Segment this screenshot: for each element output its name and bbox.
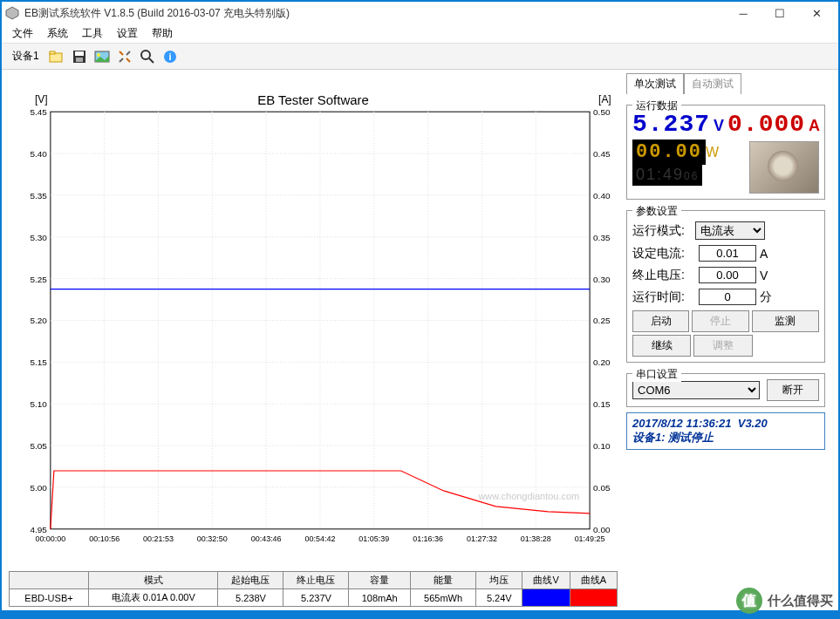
svg-text:5.40: 5.40 <box>30 149 47 159</box>
disconnect-button[interactable]: 断开 <box>767 379 819 401</box>
th-curve-a: 曲线A <box>570 572 617 589</box>
table-row[interactable]: EBD-USB+ 电流表 0.01A 0.00V 5.238V 5.237V 1… <box>10 589 618 607</box>
svg-text:00:43:46: 00:43:46 <box>251 534 282 543</box>
svg-text:4.95: 4.95 <box>30 525 47 534</box>
th-energy: 能量 <box>411 572 476 589</box>
th-vavg: 均压 <box>476 572 522 589</box>
th-capacity: 容量 <box>349 572 411 589</box>
image-icon[interactable] <box>92 46 113 67</box>
page-watermark: 值 什么值得买 <box>736 588 833 614</box>
svg-text:0.25: 0.25 <box>593 316 611 325</box>
menu-system[interactable]: 系统 <box>40 24 75 43</box>
chart-title: EB Tester Software <box>257 92 369 107</box>
svg-text:0.10: 0.10 <box>593 441 611 451</box>
svg-text:0.15: 0.15 <box>593 399 611 409</box>
result-table: 模式 起始电压 终止电压 容量 能量 均压 曲线V 曲线A EBD-USB+ 电… <box>9 571 618 607</box>
menu-tools[interactable]: 工具 <box>75 24 110 43</box>
svg-text:01:38:28: 01:38:28 <box>521 534 551 543</box>
svg-point-7 <box>97 53 100 57</box>
svg-text:01:49:25: 01:49:25 <box>575 534 605 543</box>
runtime-input[interactable] <box>699 289 756 305</box>
tools-icon[interactable] <box>114 46 135 67</box>
curve-a-swatch <box>570 589 617 607</box>
curve-v-swatch <box>522 589 570 607</box>
menubar: 文件 系统 工具 设置 帮助 <box>2 24 838 44</box>
monitor-button[interactable]: 监测 <box>752 310 819 332</box>
svg-text:5.25: 5.25 <box>30 275 47 284</box>
menu-file[interactable]: 文件 <box>5 24 40 43</box>
save-icon[interactable] <box>69 46 90 67</box>
svg-rect-2 <box>50 51 55 54</box>
svg-marker-0 <box>6 7 18 19</box>
mode-select[interactable]: 电流表 <box>695 221 765 240</box>
svg-text:00:21:53: 00:21:53 <box>143 534 174 543</box>
stop-button[interactable]: 停止 <box>692 310 748 332</box>
svg-rect-4 <box>75 51 84 56</box>
timer-readout: 01:4906 <box>632 165 702 186</box>
svg-text:01:16:36: 01:16:36 <box>413 534 443 543</box>
svg-rect-5 <box>76 58 83 62</box>
chart: [V] [A] EB Tester Software ZKETECH <box>9 75 618 568</box>
params-group: 参数设置 运行模式: 电流表 设定电流: A 终止电压: V 运行时间: <box>626 210 825 363</box>
set-current-input[interactable] <box>699 245 756 262</box>
open-icon[interactable] <box>46 46 67 67</box>
svg-text:01:05:39: 01:05:39 <box>359 534 389 543</box>
titlebar: EB测试系统软件 V1.8.5 (Build 2016-03-07 充电头特别版… <box>2 2 838 24</box>
svg-text:0.35: 0.35 <box>593 233 611 242</box>
adjust-button[interactable]: 调整 <box>693 335 752 357</box>
tab-auto-test[interactable]: 自动测试 <box>684 73 741 94</box>
svg-text:5.00: 5.00 <box>30 483 47 493</box>
svg-text:5.10: 5.10 <box>30 399 47 409</box>
svg-text:0.40: 0.40 <box>593 191 611 201</box>
svg-text:5.30: 5.30 <box>30 233 47 242</box>
svg-text:0.05: 0.05 <box>593 483 611 493</box>
th-vend: 终止电压 <box>283 572 349 589</box>
svg-text:00:00:00: 00:00:00 <box>35 534 65 543</box>
close-button[interactable]: ✕ <box>798 2 835 24</box>
svg-text:5.45: 5.45 <box>30 107 47 117</box>
start-button[interactable]: 启动 <box>632 310 689 332</box>
th-vstart: 起始电压 <box>218 572 283 589</box>
voltage-readout: 5.237 <box>632 111 710 138</box>
watts-readout: 00.00 <box>632 139 706 165</box>
svg-text:5.35: 5.35 <box>30 191 47 201</box>
svg-text:0.30: 0.30 <box>593 275 611 284</box>
svg-text:5.20: 5.20 <box>30 316 47 325</box>
right-axis-label: [A] <box>598 93 611 105</box>
svg-text:i: i <box>168 51 171 62</box>
app-icon <box>5 6 19 20</box>
th-curve-v: 曲线V <box>522 572 570 589</box>
svg-text:5.05: 5.05 <box>30 441 47 451</box>
cat-image <box>749 141 819 194</box>
menu-settings[interactable]: 设置 <box>110 24 145 43</box>
tab-single-test[interactable]: 单次测试 <box>626 73 684 94</box>
serial-group: 串口设置 COM6 断开 <box>626 373 825 407</box>
th-device <box>10 572 89 589</box>
chart-watermark2: www.chongdiantou.com <box>477 491 579 501</box>
current-readout: 0.000 <box>727 111 805 138</box>
svg-text:00:54:42: 00:54:42 <box>305 534 336 543</box>
device-tab[interactable]: 设备1 <box>7 47 44 65</box>
continue-button[interactable]: 继续 <box>632 335 691 357</box>
svg-text:0.45: 0.45 <box>593 149 611 159</box>
info-icon[interactable]: i <box>160 46 181 67</box>
cutoff-voltage-input[interactable] <box>699 267 756 283</box>
readout-group: 运行数据 5.237 V 0.000 A 00.00W 01:4906 <box>626 105 825 200</box>
svg-text:0.20: 0.20 <box>593 357 611 367</box>
svg-text:0.50: 0.50 <box>593 107 611 117</box>
chart-svg: [V] [A] EB Tester Software ZKETECH <box>9 75 618 568</box>
window-title: EB测试系统软件 V1.8.5 (Build 2016-03-07 充电头特别版… <box>24 6 725 21</box>
left-axis-label: [V] <box>35 93 48 105</box>
maximize-button[interactable]: ☐ <box>761 2 798 24</box>
th-mode: 模式 <box>88 572 218 589</box>
zoom-icon[interactable] <box>137 46 158 67</box>
svg-point-8 <box>141 51 150 59</box>
svg-text:01:27:32: 01:27:32 <box>467 534 497 543</box>
menu-help[interactable]: 帮助 <box>145 24 180 43</box>
svg-line-9 <box>149 58 154 63</box>
com-port-select[interactable]: COM6 <box>632 381 760 399</box>
tabs-right: 单次测试 自动测试 <box>626 73 825 94</box>
status-box: 2017/8/12 11:36:21 V3.20 设备1: 测试停止 <box>626 412 825 450</box>
minimize-button[interactable]: ─ <box>725 2 761 24</box>
toolbar: 设备1 i <box>2 44 838 70</box>
